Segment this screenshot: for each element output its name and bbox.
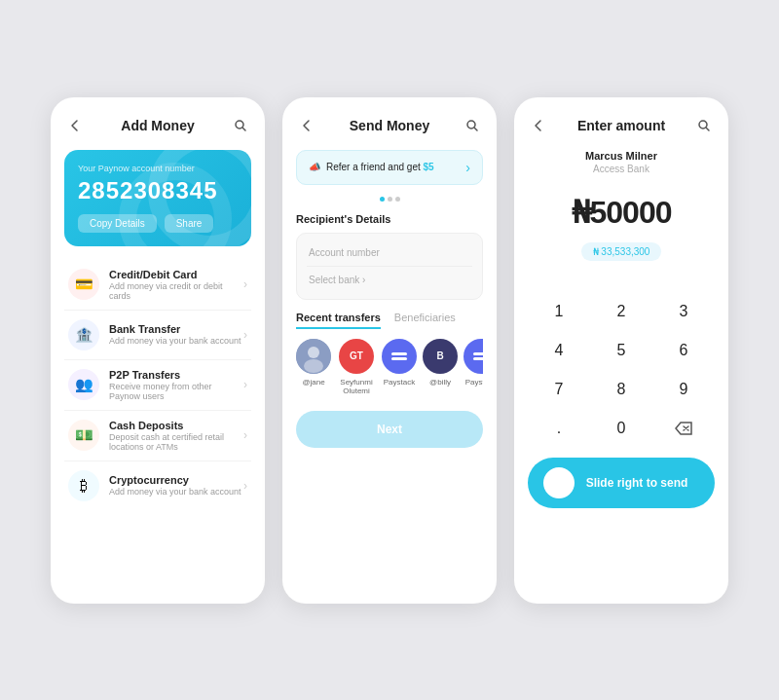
contact-jane[interactable]: @jane — [296, 339, 331, 395]
seyfunmi-avatar: GT — [339, 339, 374, 374]
menu-crypto-title: Cryptocurrency — [109, 474, 243, 486]
seyfunmi-name: Seyfunmi Olutemi — [337, 378, 376, 395]
svg-point-9 — [699, 121, 707, 129]
key-delete[interactable] — [652, 409, 715, 448]
recipient-name: Marcus Milner — [528, 150, 715, 162]
add-money-screen: Add Money Your Paynow account number 285… — [51, 97, 265, 604]
account-card: Your Paynow account number 2852308345 Co… — [64, 150, 251, 246]
bank-placeholder: Select bank › — [309, 275, 365, 285]
screen3-header: Enter amount — [528, 115, 715, 136]
screen3-back-icon[interactable] — [528, 115, 549, 136]
key-dot[interactable]: . — [528, 409, 590, 448]
enter-amount-screen: Enter amount Marcus Milner Access Bank ₦… — [514, 97, 728, 604]
dot-1 — [380, 197, 385, 202]
slide-label: Slide right to send — [575, 476, 699, 490]
paystack2-avatar — [464, 339, 483, 374]
menu-credit-text: Credit/Debit Card Add money via credit o… — [109, 269, 243, 301]
jane-avatar — [296, 339, 331, 374]
menu-p2p-sub: Receive money from other Paynow users — [109, 382, 243, 401]
jane-name: @jane — [302, 378, 324, 387]
account-label: Your Paynow account number — [78, 164, 238, 173]
contact-paystack2[interactable]: Paystack — [464, 339, 483, 395]
account-number-input[interactable]: Account number — [307, 239, 472, 267]
recipient-form: Account number Select bank › — [296, 233, 483, 300]
key-3[interactable]: 3 — [652, 292, 715, 331]
billy-name: @billy — [429, 378, 451, 387]
svg-rect-7 — [473, 352, 483, 355]
screen2-title: Send Money — [317, 118, 462, 133]
menu-cash-text: Cash Deposits Deposit cash at certified … — [109, 420, 243, 452]
recipient-info: Marcus Milner Access Bank — [528, 150, 715, 174]
key-1[interactable]: 1 — [528, 292, 590, 331]
contact-seyfunmi[interactable]: GT Seyfunmi Olutemi — [337, 339, 376, 395]
p2p-chevron-icon: › — [243, 378, 247, 391]
screen1-back-icon[interactable] — [64, 115, 86, 136]
key-0[interactable]: 0 — [590, 409, 652, 448]
menu-cash-sub: Deposit cash at certified retail locatio… — [109, 432, 243, 452]
recipient-bank: Access Bank — [528, 164, 715, 174]
svg-rect-6 — [391, 357, 407, 360]
screen1-search-icon[interactable] — [230, 115, 251, 136]
cash-icon: 💵 — [68, 420, 99, 451]
numpad: 1 2 3 4 5 6 7 8 9 . 0 — [528, 292, 715, 448]
bank-chevron-icon: › — [243, 328, 247, 342]
key-4[interactable]: 4 — [528, 331, 590, 370]
menu-credit-title: Credit/Debit Card — [109, 269, 243, 280]
next-button[interactable]: Next — [296, 411, 483, 448]
account-number: 2852308345 — [78, 177, 238, 204]
slide-circle — [543, 467, 575, 498]
cash-chevron-icon: › — [243, 428, 247, 442]
billy-avatar: B — [423, 339, 458, 374]
card-actions: Copy Details Share — [78, 214, 238, 233]
menu-crypto-sub: Add money via your bank account — [109, 487, 243, 497]
send-money-screen: Send Money 📣 Refer a friend and get $5 ›… — [282, 97, 497, 604]
contact-paystack1[interactable]: Paystack — [382, 339, 417, 395]
share-btn[interactable]: Share — [165, 214, 214, 233]
screen3-search-icon[interactable] — [693, 115, 715, 136]
paystack2-name: Paystack — [465, 378, 483, 387]
menu-bank-text: Bank Transfer Add money via your bank ac… — [109, 323, 243, 346]
menu-cash-title: Cash Deposits — [109, 420, 243, 431]
menu-cash[interactable]: 💵 Cash Deposits Deposit cash at certifie… — [64, 411, 251, 461]
menu-crypto-text: Cryptocurrency Add money via your bank a… — [109, 474, 243, 497]
key-7[interactable]: 7 — [528, 370, 590, 409]
key-8[interactable]: 8 — [590, 370, 652, 409]
screen2-back-icon[interactable] — [296, 115, 317, 136]
referral-chevron-icon: › — [465, 160, 470, 175]
recent-transfers-tab[interactable]: Recent transfers — [296, 312, 381, 329]
key-5[interactable]: 5 — [590, 331, 652, 370]
referral-banner[interactable]: 📣 Refer a friend and get $5 › — [296, 150, 483, 185]
screen2-search-icon[interactable] — [462, 115, 483, 136]
referral-left: 📣 Refer a friend and get $5 — [309, 162, 434, 172]
menu-bank-transfer[interactable]: 🏦 Bank Transfer Add money via your bank … — [64, 311, 251, 360]
copy-btn[interactable]: Copy Details — [78, 214, 157, 233]
menu-credit-card[interactable]: 💳 Credit/Debit Card Add money via credit… — [64, 260, 251, 311]
menu-list: 💳 Credit/Debit Card Add money via credit… — [64, 260, 251, 510]
select-bank-input[interactable]: Select bank › — [307, 267, 472, 293]
svg-point-3 — [308, 347, 319, 358]
svg-point-0 — [236, 121, 243, 129]
p2p-icon: 👥 — [68, 369, 99, 400]
beneficiaries-tab[interactable]: Beneficiaries — [394, 312, 456, 329]
paystack1-avatar — [382, 339, 417, 374]
menu-p2p-text: P2P Transfers Receive money from other P… — [109, 369, 243, 401]
recipient-section-label: Recipient's Details — [296, 213, 483, 225]
referral-text: Refer a friend and get $5 — [326, 162, 434, 172]
key-2[interactable]: 2 — [590, 292, 652, 331]
contact-billy[interactable]: B @billy — [423, 339, 458, 395]
menu-crypto[interactable]: ₿ Cryptocurrency Add money via your bank… — [64, 461, 251, 510]
contacts-row: @jane GT Seyfunmi Olutemi Paystack B @bi… — [296, 339, 483, 395]
menu-p2p-title: P2P Transfers — [109, 369, 243, 381]
menu-bank-sub: Add money via your bank account — [109, 336, 243, 346]
slide-to-send-button[interactable]: Slide right to send — [528, 458, 715, 508]
crypto-icon: ₿ — [68, 470, 99, 501]
key-6[interactable]: 6 — [652, 331, 715, 370]
screen2-header: Send Money — [296, 115, 483, 136]
svg-point-1 — [467, 121, 475, 129]
screen1-title: Add Money — [86, 118, 230, 133]
menu-p2p[interactable]: 👥 P2P Transfers Receive money from other… — [64, 360, 251, 411]
menu-bank-title: Bank Transfer — [109, 323, 243, 335]
account-placeholder: Account number — [309, 247, 380, 258]
key-9[interactable]: 9 — [652, 370, 715, 409]
screen3-title: Enter amount — [549, 118, 693, 133]
